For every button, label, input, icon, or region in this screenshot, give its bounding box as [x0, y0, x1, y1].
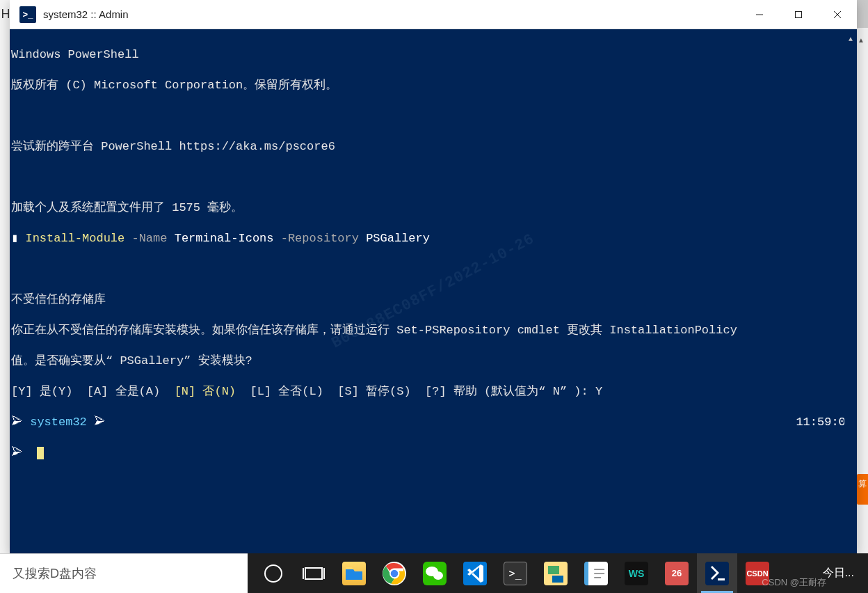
terminal-options-line: [Y] 是(Y) [A] 全是(A) [N] 否(N) [L] 全否(L) [S…	[11, 384, 853, 400]
option-default: [N] 否(N)	[175, 385, 236, 398]
prompt-glyph-icon: ⮚	[11, 446, 30, 459]
vscode-button[interactable]	[455, 553, 495, 593]
taskbar-search-input[interactable]: 又搜索D盘内容	[0, 553, 248, 593]
prompt-glyph-icon: ⮚	[87, 416, 106, 429]
svg-rect-4	[305, 568, 322, 579]
terminal-line	[11, 262, 853, 277]
svg-point-11	[433, 571, 443, 580]
page-scroll-up-icon[interactable]: ▲	[858, 36, 865, 44]
putty-button[interactable]	[536, 553, 576, 593]
terminal-scrollbar[interactable]: ▲	[844, 29, 857, 553]
powershell-window: >_ system32 :: Admin Windows PowerShell …	[10, 0, 857, 553]
minimize-button[interactable]	[740, 0, 779, 29]
task-view-icon	[302, 562, 326, 585]
terminal-line: 加载个人及系统配置文件用了 1575 毫秒。	[11, 200, 853, 216]
cmd-token: -Repository	[274, 232, 367, 245]
svg-rect-1	[796, 11, 802, 17]
window-title: system32 :: Admin	[43, 8, 129, 20]
terminal-line: 你正在从不受信任的存储库安装模块。如果你信任该存储库，请通过运行 Set-PSR…	[11, 323, 853, 338]
terminal-input-line[interactable]: ⮚	[11, 445, 853, 461]
terminal-prompt-line: ⮚ system32 ⮚11:59:07	[11, 415, 853, 430]
desktop: H ▲ 算 >_ system32 :: Admin Windows Power…	[0, 0, 868, 593]
scroll-up-icon[interactable]: ▲	[844, 29, 857, 47]
background-right-strip: ▲ 算	[855, 28, 868, 553]
notes-icon	[584, 562, 608, 585]
calendar-button[interactable]: 26	[657, 553, 697, 593]
vscode-icon	[463, 562, 487, 585]
terminal-line	[11, 109, 853, 124]
search-placeholder: 又搜索D盘内容	[13, 565, 97, 582]
svg-rect-18	[718, 578, 725, 580]
cmd-token: PSGallery	[366, 232, 430, 245]
close-button[interactable]	[818, 0, 857, 29]
terminal-icon: >_	[504, 562, 527, 585]
putty-icon	[544, 562, 568, 585]
task-view-button[interactable]	[294, 553, 334, 593]
terminal-line: 尝试新的跨平台 PowerShell https://aka.ms/pscore…	[11, 139, 853, 155]
cmd-token: Install-Module	[25, 232, 124, 245]
window-controls	[740, 0, 857, 29]
terminal-line: 不受信任的存储库	[11, 292, 853, 308]
prompt-marker: ▮	[11, 232, 25, 245]
cursor-icon	[37, 447, 44, 459]
command-prompt-button[interactable]: >_	[495, 553, 536, 593]
terminal-line	[11, 170, 853, 185]
csdn-button[interactable]: CSDN	[737, 553, 778, 593]
powershell-icon	[705, 562, 729, 585]
taskbar-right-text[interactable]: 今日...	[823, 566, 862, 580]
chrome-button[interactable]	[374, 553, 415, 593]
file-explorer-icon	[342, 562, 366, 585]
webstorm-icon: WS	[625, 562, 648, 585]
terminal-body[interactable]: Windows PowerShell 版权所有 (C) Microsoft Co…	[10, 29, 857, 553]
terminal-line: Windows PowerShell	[11, 47, 853, 63]
chrome-icon	[383, 562, 406, 585]
titlebar[interactable]: >_ system32 :: Admin	[10, 0, 857, 29]
wechat-button[interactable]	[415, 553, 455, 593]
taskbar: >_ WS 26 CSDN 今日... CSDN @王耐存	[248, 553, 868, 593]
calendar-icon: 26	[665, 562, 689, 585]
file-explorer-button[interactable]	[334, 553, 374, 593]
side-widget[interactable]: 算	[857, 474, 868, 505]
svg-rect-13	[548, 566, 559, 574]
cmd-token: Terminal-Icons	[175, 232, 274, 245]
terminal-command-line: ▮ Install-Module -Name Terminal-Icons -R…	[11, 231, 853, 246]
cortana-button[interactable]	[253, 553, 294, 593]
option-text: [Y] 是(Y) [A] 全是(A)	[11, 385, 175, 398]
svg-text:>_: >_	[509, 567, 522, 579]
option-text: [L] 全否(L) [S] 暂停(S) [?] 帮助 (默认值为“ N” ): …	[236, 385, 602, 398]
cmd-token: -Name	[124, 232, 174, 245]
terminal-line: 值。是否确实要从“ PSGallery” 安装模块?	[11, 354, 853, 369]
prompt-glyph-icon: ⮚	[11, 416, 30, 429]
powershell-titlebar-icon: >_	[19, 6, 36, 23]
prompt-path: system32	[30, 416, 87, 429]
maximize-button[interactable]	[779, 0, 818, 29]
wechat-icon	[423, 562, 447, 585]
svg-rect-14	[552, 576, 563, 583]
webstorm-button[interactable]: WS	[616, 553, 657, 593]
powershell-taskbar-button[interactable]	[697, 553, 737, 593]
cortana-ring-icon	[264, 564, 282, 583]
terminal-line: 版权所有 (C) Microsoft Corporation。保留所有权利。	[11, 78, 853, 93]
csdn-icon: CSDN	[746, 562, 769, 585]
notes-button[interactable]	[576, 553, 616, 593]
